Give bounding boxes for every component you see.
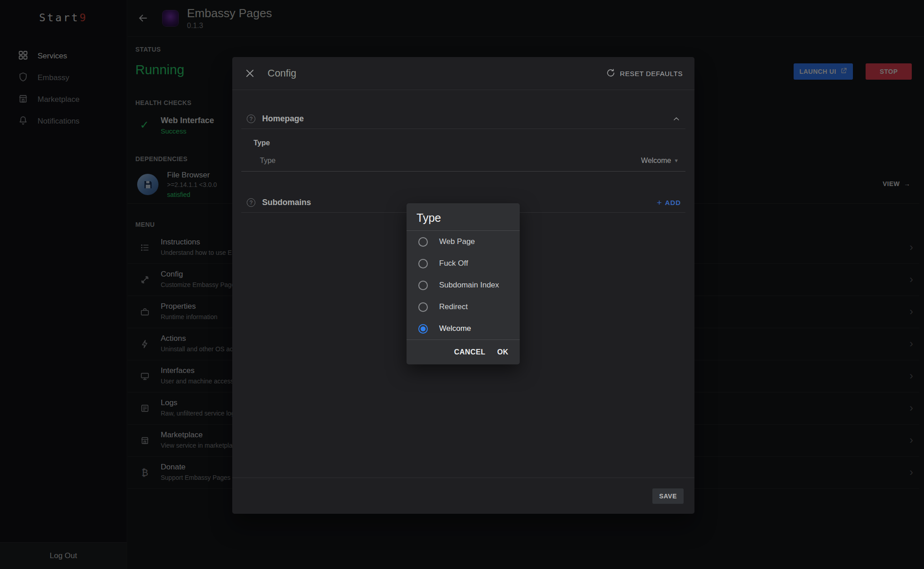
dialog-actions: CANCEL OK bbox=[407, 339, 520, 364]
radio-option-web-page[interactable]: Web Page bbox=[407, 231, 520, 253]
app-root: Start9 Services Embassy Marketplace Noti… bbox=[0, 0, 924, 569]
radio-icon[interactable] bbox=[418, 302, 428, 312]
radio-selected-icon[interactable] bbox=[418, 324, 428, 334]
radio-option-fuck-off[interactable]: Fuck Off bbox=[407, 253, 520, 274]
radio-option-welcome[interactable]: Welcome bbox=[407, 318, 520, 339]
dialog-title: Type bbox=[407, 203, 520, 231]
radio-icon[interactable] bbox=[418, 259, 428, 268]
radio-option-subdomain-index[interactable]: Subdomain Index bbox=[407, 274, 520, 296]
cancel-button[interactable]: CANCEL bbox=[454, 348, 485, 356]
radio-option-redirect[interactable]: Redirect bbox=[407, 296, 520, 318]
type-dialog: Type Web Page Fuck Off Subdomain Index R… bbox=[407, 203, 520, 364]
radio-icon[interactable] bbox=[418, 237, 428, 247]
radio-icon[interactable] bbox=[418, 281, 428, 290]
ok-button[interactable]: OK bbox=[497, 348, 508, 356]
